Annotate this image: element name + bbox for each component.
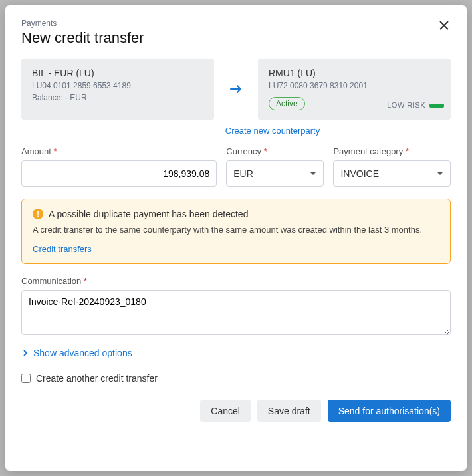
alert-title: A possible duplicate payment has been de… — [49, 209, 248, 219]
communication-input[interactable] — [21, 290, 451, 335]
credit-transfer-modal: Payments New credit transfer BIL - EUR (… — [5, 5, 467, 471]
from-account-card[interactable]: BIL - EUR (LU) LU04 0101 2859 6553 4189 … — [21, 59, 214, 120]
cancel-button[interactable]: Cancel — [200, 400, 251, 422]
chevron-down-icon — [437, 170, 443, 177]
create-another-checkbox-row[interactable]: Create another credit transfer — [21, 373, 451, 384]
warning-icon: ! — [33, 209, 43, 219]
save-draft-button[interactable]: Save draft — [257, 400, 321, 422]
currency-select[interactable]: EUR — [226, 160, 324, 187]
status-badge: Active — [269, 97, 305, 110]
currency-label: Currency * — [226, 146, 324, 156]
amount-label: Amount * — [21, 146, 217, 156]
to-account-iban: LU72 0080 3679 8310 2001 — [269, 81, 440, 90]
from-account-balance: Balance: - EUR — [32, 93, 203, 102]
close-button[interactable] — [436, 17, 452, 33]
to-account-card[interactable]: RMU1 (LU) LU72 0080 3679 8310 2001 Activ… — [258, 59, 451, 120]
footer-actions: Cancel Save draft Send for authorisation… — [21, 400, 451, 422]
chevron-down-icon — [310, 170, 316, 177]
create-another-checkbox[interactable] — [21, 374, 31, 383]
to-account-name: RMU1 (LU) — [269, 68, 440, 78]
fields-row: Amount * Currency * EUR Payment category… — [21, 146, 451, 187]
alert-link[interactable]: Credit transfers — [33, 244, 92, 254]
page-title: New credit transfer — [21, 29, 451, 47]
alert-body: A credit transfer to the same counterpar… — [33, 223, 439, 237]
category-select[interactable]: INVOICE — [333, 160, 451, 187]
breadcrumb: Payments — [21, 19, 451, 28]
accounts-row: BIL - EUR (LU) LU04 0101 2859 6553 4189 … — [21, 59, 451, 120]
duplicate-alert: ! A possible duplicate payment has been … — [21, 199, 451, 264]
close-icon — [439, 20, 449, 31]
amount-input[interactable] — [21, 160, 217, 187]
category-label: Payment category * — [333, 146, 451, 156]
arrow-right-icon — [229, 82, 243, 96]
create-another-label: Create another credit transfer — [36, 373, 158, 384]
risk-label: LOW RISK — [387, 101, 425, 109]
communication-label: Communication * — [21, 276, 451, 286]
risk-indicator-icon — [429, 104, 444, 108]
transfer-arrow — [226, 82, 246, 96]
from-account-iban: LU04 0101 2859 6553 4189 — [32, 81, 203, 90]
send-button[interactable]: Send for authorisation(s) — [328, 400, 451, 422]
show-advanced-toggle[interactable]: Show advanced options — [21, 348, 451, 358]
create-counterparty-link[interactable]: Create new counterparty — [225, 126, 320, 136]
from-account-name: BIL - EUR (LU) — [32, 68, 203, 78]
chevron-right-icon — [21, 349, 29, 357]
